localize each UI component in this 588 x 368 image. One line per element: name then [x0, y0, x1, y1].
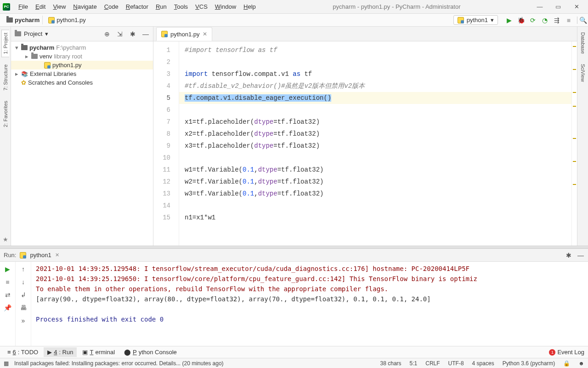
tree-item-scratches-and-consoles[interactable]: ✿ Scratches and Consoles: [11, 78, 153, 87]
window-title: pycharm - python1.py - PyCharm - Adminis…: [259, 3, 535, 10]
menu-run[interactable]: Run: [153, 2, 170, 12]
rerun-icon[interactable]: ▶: [4, 265, 11, 273]
down-icon[interactable]: ↓: [20, 278, 27, 286]
marker-stripe[interactable]: [571, 41, 577, 246]
search-icon[interactable]: 🔍: [577, 17, 584, 24]
main-area: 1: Project7: Structure2: Favorites★ Proj…: [0, 27, 588, 246]
right-rail-database[interactable]: Database: [579, 29, 587, 57]
collapse-icon[interactable]: ⇲: [116, 30, 124, 38]
run-config-label: python1: [467, 17, 488, 23]
status-bar: ▦ Install packages failed: Installing pa…: [0, 358, 588, 368]
close-button[interactable]: ✕: [571, 2, 582, 12]
close-tab-icon[interactable]: ✕: [203, 31, 207, 37]
up-icon[interactable]: ↑: [20, 265, 27, 273]
hide-icon[interactable]: —: [142, 30, 149, 38]
python-file-icon: [458, 17, 464, 23]
left-rail-favorites[interactable]: 2: Favorites: [2, 98, 9, 130]
debug-icon[interactable]: 🐞: [517, 17, 525, 24]
error-badge: 1: [549, 349, 555, 356]
attach-icon[interactable]: ⇶: [553, 17, 560, 24]
bottom-tab-python-console[interactable]: ⬤ Python Console: [120, 347, 181, 357]
project-pane-title: Project: [24, 30, 42, 37]
bottom-tab-terminal[interactable]: ▣ Terminal: [79, 347, 119, 357]
status-interpreter[interactable]: Python 3.6 (pycharm): [503, 360, 555, 367]
run-toolbar-1: ▶ ■ ⇄ 📌: [0, 262, 16, 346]
run-config-name: python1: [30, 252, 51, 259]
bottom-tab-4-run[interactable]: ▶ 4: Run: [44, 347, 77, 357]
project-tree[interactable]: ▾ pycharm F:\pycharm▸ venv library root …: [11, 41, 153, 89]
status-caret-pos[interactable]: 5:1: [410, 360, 418, 367]
maximize-button[interactable]: ▭: [553, 2, 563, 12]
bottom-tool-tabs: ≡ 6: TODO▶ 4: Run▣ Terminal⬤ Python Cons…: [0, 346, 588, 358]
menu-file[interactable]: File: [16, 2, 31, 12]
status-encoding[interactable]: UTF-8: [448, 360, 464, 367]
breadcrumb-project[interactable]: pycharm: [4, 16, 43, 24]
settings-icon[interactable]: ✱: [129, 30, 136, 38]
stop-icon[interactable]: ■: [4, 278, 11, 286]
coverage-icon[interactable]: ⟳: [529, 17, 537, 24]
window-controls: ― ▭ ✕: [535, 2, 585, 12]
stop-icon[interactable]: ■: [565, 17, 572, 24]
run-console[interactable]: 2021-10-01 14:39:25.129548: I tensorflow…: [31, 262, 588, 346]
left-rail-project[interactable]: 1: Project: [1, 29, 9, 57]
minimize-button[interactable]: ―: [535, 2, 545, 12]
menu-code[interactable]: Code: [102, 2, 121, 12]
menu-vcs[interactable]: VCS: [192, 2, 210, 12]
status-indent[interactable]: 4 spaces: [472, 360, 494, 367]
event-log-button[interactable]: 1 Event Log: [549, 349, 584, 356]
locate-icon[interactable]: ⊕: [103, 30, 111, 38]
run-header: Run: python1 ✕ ✱ —: [0, 249, 588, 262]
editor-area: python1.py ✕ 123456789101112131415 #impo…: [153, 27, 577, 246]
menu-window[interactable]: Window: [212, 2, 239, 12]
left-rail-structure[interactable]: 7: Structure: [2, 62, 9, 93]
python-file-icon: [20, 252, 26, 259]
status-chars: 38 chars: [380, 360, 401, 367]
navigation-bar: pycharm python1.py python1 ▾ ▶ 🐞 ⟳ ◔ ⇶ ■…: [0, 14, 588, 27]
menu-refactor[interactable]: Refactor: [123, 2, 151, 12]
left-tool-rail: 1: Project7: Structure2: Favorites★: [0, 27, 11, 246]
run-toolbar-2: ↑ ↓ ↲ 🖶 »: [16, 262, 31, 346]
breadcrumb-file[interactable]: python1.py: [45, 16, 89, 24]
layout-icon[interactable]: ⇄: [4, 291, 11, 299]
hide-icon[interactable]: —: [577, 252, 584, 259]
tree-item-venv[interactable]: ▸ venv library root: [11, 52, 153, 61]
tree-item-python1-py[interactable]: python1.py: [11, 61, 153, 69]
folder-dark-icon: [21, 45, 28, 50]
run-title: Run:: [4, 252, 16, 259]
settings-icon[interactable]: ✱: [565, 252, 572, 259]
tool-window-toggle-icon[interactable]: ▦: [4, 360, 9, 367]
titlebar: PC FileEditViewNavigateCodeRefactorRunTo…: [0, 0, 588, 14]
run-icon[interactable]: ▶: [505, 17, 513, 24]
more-icon[interactable]: »: [20, 317, 27, 324]
editor-tabbar: python1.py ✕: [153, 27, 577, 41]
editor-tab[interactable]: python1.py ✕: [156, 27, 212, 41]
line-gutter[interactable]: 123456789101112131415: [153, 41, 179, 246]
menu-view[interactable]: View: [50, 2, 68, 12]
bottom-tab-6-todo[interactable]: ≡ 6: TODO: [4, 347, 42, 357]
favorites-icon[interactable]: ★: [3, 236, 8, 246]
close-tab-icon[interactable]: ✕: [55, 252, 59, 258]
pin-icon[interactable]: 📌: [4, 304, 11, 311]
code-content[interactable]: #import tensorflow as tfimport tensorflo…: [179, 41, 571, 246]
tree-item-pycharm[interactable]: ▾ pycharm F:\pycharm: [11, 43, 153, 52]
soft-wrap-icon[interactable]: ↲: [20, 291, 27, 299]
breadcrumb-project-label: pycharm: [15, 17, 40, 23]
scratch-icon: ✿: [21, 79, 26, 86]
chevron-down-icon[interactable]: ▾: [45, 30, 48, 37]
project-pane-header: Project ▾ ⊕ ⇲ ✱ —: [11, 27, 153, 41]
menu-help[interactable]: Help: [241, 2, 259, 12]
print-icon[interactable]: 🖶: [20, 304, 27, 311]
menu-navigate[interactable]: Navigate: [70, 2, 99, 12]
status-message[interactable]: Install packages failed: Installing pack…: [14, 360, 224, 367]
status-eol[interactable]: CRLF: [425, 360, 440, 367]
menu-edit[interactable]: Edit: [33, 2, 48, 12]
libs-icon: 📚: [21, 71, 28, 77]
profile-icon[interactable]: ◔: [541, 17, 548, 24]
code-editor[interactable]: 123456789101112131415 #import tensorflow…: [153, 41, 577, 246]
ide-status-icon[interactable]: ☻: [578, 360, 584, 367]
lock-icon[interactable]: 🔒: [563, 360, 570, 367]
run-config-selector[interactable]: python1 ▾: [453, 15, 498, 25]
right-rail-sciview[interactable]: SciView: [579, 61, 587, 85]
tree-item-external-libraries[interactable]: ▸📚 External Libraries: [11, 69, 153, 78]
menu-tools[interactable]: Tools: [171, 2, 191, 12]
